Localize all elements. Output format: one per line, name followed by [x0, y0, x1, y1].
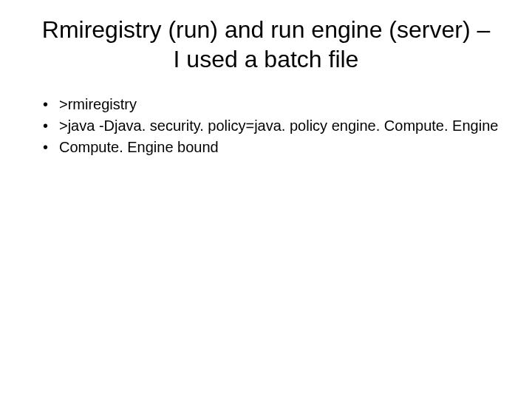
list-item: >rmiregistry — [43, 95, 502, 115]
slide-title: Rmiregistry (run) and run engine (server… — [30, 15, 502, 74]
bullet-list: >rmiregistry >java -Djava. security. pol… — [30, 95, 502, 157]
list-item: >java -Djava. security. policy=java. pol… — [43, 116, 502, 136]
list-item: Compute. Engine bound — [43, 137, 502, 157]
